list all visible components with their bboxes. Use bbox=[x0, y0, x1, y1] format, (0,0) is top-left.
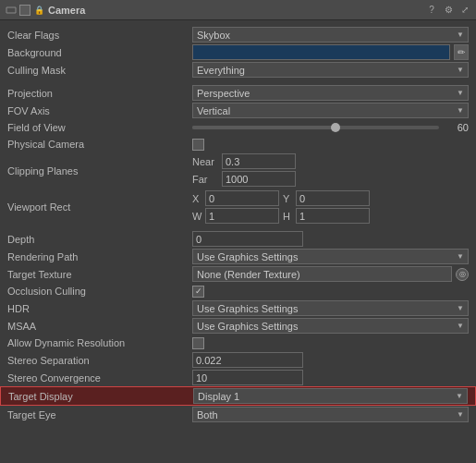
rendering-path-label: Rendering Path bbox=[7, 251, 192, 262]
camera-panel: 🔒 Camera ? ⚙ ⤢ Clear Flags Skybox ▼ Back… bbox=[0, 0, 476, 429]
maximize-icon[interactable]: ⤢ bbox=[459, 5, 470, 16]
allow-dynamic-resolution-checkbox[interactable] bbox=[192, 337, 204, 349]
projection-row: Projection Perspective ▼ bbox=[0, 84, 476, 102]
lock-icon[interactable]: 🔒 bbox=[33, 5, 44, 16]
rendering-path-dropdown[interactable]: Use Graphics Settings ▼ bbox=[192, 249, 469, 264]
viewport-x-label: X bbox=[192, 193, 203, 204]
occlusion-culling-label: Occlusion Culling bbox=[7, 286, 192, 297]
hdr-row: HDR Use Graphics Settings ▼ bbox=[0, 299, 476, 317]
target-texture-row: Target Texture None (Render Texture) ◎ bbox=[0, 265, 476, 283]
background-field: ✏ bbox=[192, 44, 469, 60]
clipping-far-label: Far bbox=[192, 174, 218, 185]
viewport-h-cell: H bbox=[283, 208, 370, 224]
viewport-rect-label: Viewport Rect bbox=[7, 201, 192, 213]
occlusion-culling-row: Occlusion Culling bbox=[0, 283, 476, 299]
allow-dynamic-resolution-label: Allow Dynamic Resolution bbox=[7, 337, 192, 348]
target-display-value: Display 1 bbox=[198, 391, 239, 402]
projection-arrow: ▼ bbox=[457, 89, 464, 97]
active-checkbox[interactable] bbox=[19, 5, 31, 16]
clipping-planes-field: Near Far bbox=[192, 153, 469, 189]
depth-label: Depth bbox=[7, 234, 192, 245]
rendering-path-field: Use Graphics Settings ▼ bbox=[192, 249, 469, 264]
clear-flags-row: Clear Flags Skybox ▼ bbox=[0, 26, 476, 43]
allow-dynamic-resolution-row: Allow Dynamic Resolution bbox=[0, 335, 476, 351]
fov-slider-track[interactable] bbox=[192, 126, 439, 129]
physical-camera-label: Physical Camera bbox=[7, 139, 192, 150]
stereo-separation-input[interactable] bbox=[192, 352, 303, 368]
culling-mask-row: Culling Mask Everything ▼ bbox=[0, 61, 476, 79]
fov-axis-arrow: ▼ bbox=[457, 106, 464, 115]
clipping-far-input[interactable] bbox=[222, 171, 296, 187]
fov-label: Field of View bbox=[7, 122, 192, 133]
background-color[interactable] bbox=[192, 44, 450, 60]
stereo-separation-label: Stereo Separation bbox=[7, 355, 192, 366]
stereo-convergence-row: Stereo Convergence bbox=[0, 369, 476, 386]
hdr-value: Use Graphics Settings bbox=[197, 303, 298, 314]
clipping-planes-label: Clipping Planes bbox=[7, 165, 192, 177]
viewport-w-input[interactable] bbox=[205, 208, 279, 224]
hdr-label: HDR bbox=[7, 303, 192, 314]
occlusion-culling-checkbox[interactable] bbox=[192, 286, 204, 298]
target-display-dropdown[interactable]: Display 1 ▼ bbox=[193, 388, 468, 404]
header-icons-left: 🔒 bbox=[6, 5, 44, 16]
viewport-h-input[interactable] bbox=[296, 208, 370, 224]
target-eye-dropdown[interactable]: Both ▼ bbox=[192, 407, 469, 422]
target-display-row: Target Display Display 1 ▼ bbox=[0, 386, 476, 406]
target-texture-container: None (Render Texture) ◎ bbox=[192, 266, 469, 282]
target-texture-field: None (Render Texture) ◎ bbox=[192, 266, 469, 282]
clipping-far-row: Far bbox=[192, 171, 469, 187]
target-eye-value: Both bbox=[197, 409, 218, 420]
culling-mask-label: Culling Mask bbox=[7, 65, 192, 76]
projection-dropdown[interactable]: Perspective ▼ bbox=[192, 85, 469, 101]
target-eye-field: Both ▼ bbox=[192, 407, 469, 422]
viewport-xy-row: X Y bbox=[192, 190, 469, 206]
target-eye-row: Target Eye Both ▼ bbox=[0, 406, 476, 423]
visibility-icon[interactable] bbox=[6, 5, 17, 16]
hdr-dropdown[interactable]: Use Graphics Settings ▼ bbox=[192, 300, 469, 316]
allow-dynamic-resolution-field bbox=[192, 337, 469, 349]
stereo-convergence-input[interactable] bbox=[192, 370, 303, 385]
msaa-dropdown[interactable]: Use Graphics Settings ▼ bbox=[192, 318, 469, 334]
svg-marker-0 bbox=[6, 7, 16, 13]
rendering-path-value: Use Graphics Settings bbox=[197, 251, 298, 262]
culling-mask-dropdown[interactable]: Everything ▼ bbox=[192, 62, 469, 78]
background-label: Background bbox=[7, 47, 192, 58]
eyedropper-button[interactable]: ✏ bbox=[454, 44, 469, 60]
target-display-arrow: ▼ bbox=[456, 392, 463, 400]
projection-value: Perspective bbox=[197, 88, 250, 99]
fov-axis-value: Vertical bbox=[197, 105, 230, 116]
msaa-field: Use Graphics Settings ▼ bbox=[192, 318, 469, 334]
clipping-near-input[interactable] bbox=[222, 153, 296, 169]
fov-row: Field of View 60 bbox=[0, 119, 476, 136]
occlusion-culling-field bbox=[192, 286, 469, 298]
settings-icon[interactable]: ⚙ bbox=[443, 5, 454, 16]
target-texture-value: None (Render Texture) bbox=[197, 269, 300, 280]
clear-flags-field: Skybox ▼ bbox=[192, 27, 469, 43]
fov-axis-field: Vertical ▼ bbox=[192, 103, 469, 118]
target-texture-picker[interactable]: ◎ bbox=[456, 268, 469, 281]
panel-content: Clear Flags Skybox ▼ Background ✏ Cullin… bbox=[0, 20, 476, 429]
target-eye-arrow: ▼ bbox=[457, 410, 464, 419]
viewport-x-input[interactable] bbox=[205, 190, 279, 206]
fov-value: 60 bbox=[443, 122, 469, 133]
physical-camera-field bbox=[192, 139, 469, 151]
help-icon[interactable]: ? bbox=[426, 5, 437, 16]
fov-slider-thumb[interactable] bbox=[331, 123, 340, 132]
viewport-wh-row: W H bbox=[192, 208, 469, 224]
viewport-x-cell: X bbox=[192, 190, 279, 206]
projection-field: Perspective ▼ bbox=[192, 85, 469, 101]
fov-slider-fill bbox=[192, 126, 336, 129]
clipping-planes-row: Clipping Planes Near Far bbox=[0, 152, 476, 189]
viewport-y-input[interactable] bbox=[296, 190, 370, 206]
target-texture-dropdown[interactable]: None (Render Texture) bbox=[192, 266, 452, 282]
msaa-value: Use Graphics Settings bbox=[197, 321, 298, 332]
panel-header: 🔒 Camera ? ⚙ ⤢ bbox=[0, 0, 476, 20]
viewport-rect-row: Viewport Rect X Y bbox=[0, 189, 476, 225]
depth-input[interactable] bbox=[192, 231, 303, 247]
physical-camera-checkbox[interactable] bbox=[192, 139, 204, 151]
clear-flags-dropdown[interactable]: Skybox ▼ bbox=[192, 27, 469, 43]
clipping-near-label: Near bbox=[192, 156, 218, 167]
viewport-y-label: Y bbox=[283, 193, 294, 204]
fov-axis-dropdown[interactable]: Vertical ▼ bbox=[192, 103, 469, 118]
stereo-convergence-field bbox=[192, 370, 469, 385]
